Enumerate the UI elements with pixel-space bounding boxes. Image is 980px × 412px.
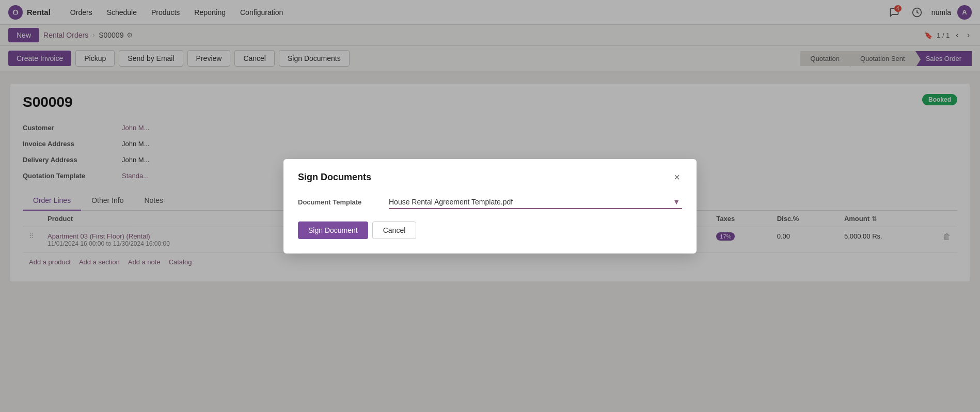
modal-header: Sign Documents ×	[298, 171, 682, 183]
doc-template-label: Document Template	[298, 198, 381, 206]
sign-documents-modal: Sign Documents × Document Template House…	[283, 159, 697, 253]
modal-overlay[interactable]: Sign Documents × Document Template House…	[0, 0, 980, 412]
modal-title: Sign Documents	[298, 172, 371, 183]
doc-template-select-wrap[interactable]: House Rental Agreement Template.pdf ▼	[389, 196, 682, 209]
modal-cancel-button[interactable]: Cancel	[372, 221, 417, 239]
modal-actions: Sign Document Cancel	[298, 221, 682, 239]
dropdown-arrow-icon: ▼	[673, 198, 680, 206]
modal-field-doc-template: Document Template House Rental Agreement…	[298, 196, 682, 209]
sign-document-button[interactable]: Sign Document	[298, 221, 368, 239]
doc-template-value[interactable]: House Rental Agreement Template.pdf	[389, 196, 682, 208]
modal-close-button[interactable]: ×	[672, 171, 682, 183]
